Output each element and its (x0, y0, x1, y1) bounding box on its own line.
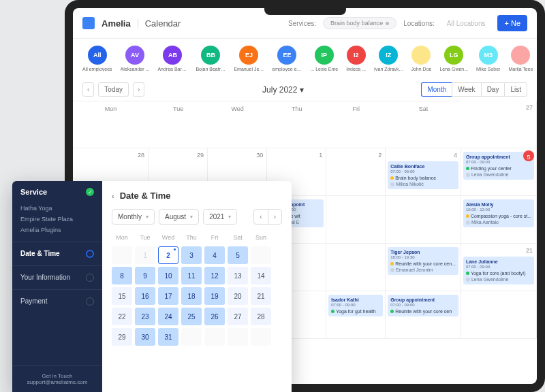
minical-day[interactable]: 19 (204, 287, 225, 305)
employee-avatar[interactable]: IP... Lexie Eme (310, 46, 338, 71)
employee-avatar[interactable]: AllAll employees (82, 46, 112, 71)
minical-day[interactable]: 11 (181, 267, 202, 284)
step-payment[interactable]: Payment (12, 289, 102, 313)
view-tabs: MonthWeekDayList (421, 82, 527, 97)
minical-next[interactable]: › (268, 210, 281, 224)
next-button[interactable]: › (133, 82, 144, 97)
minical-day[interactable]: 16 (135, 287, 155, 305)
minical-day[interactable]: 15 (112, 287, 132, 305)
new-button[interactable]: + Ne (497, 15, 527, 31)
panel-title: Date & Time (120, 191, 171, 201)
services-filter-pill[interactable]: Brain body balance (323, 17, 396, 29)
calendar-event[interactable]: Lane Julianne07:00 - 09:00Yoga for core … (463, 257, 534, 284)
calendar-cell[interactable]: Alesia Molly10:00 - 12:00Compassion yoga… (461, 196, 537, 244)
employee-avatar[interactable]: ABAndrea Barber (157, 46, 187, 71)
minical-day[interactable]: 3 (181, 246, 202, 264)
view-tab[interactable]: Week (452, 82, 480, 97)
calendar-cell[interactable] (461, 291, 537, 339)
employee-avatar[interactable]: LGLena Gwen... (439, 46, 468, 71)
back-icon[interactable]: ‹ (112, 192, 114, 200)
calendar-cell[interactable]: 5Group appointment07:00 - 09:00Finding y… (461, 148, 537, 196)
employee-avatar[interactable]: M3Mike Sober (476, 46, 500, 71)
employee-avatar[interactable]: BBBojan Beatrice (196, 46, 225, 71)
month-select[interactable]: August▾ (159, 209, 199, 225)
minical-day[interactable]: 10 (158, 267, 178, 284)
minical-day[interactable]: 1 (135, 246, 155, 264)
calendar-event[interactable]: Group appointment07:00 - 09:00Reunite wi… (388, 295, 458, 316)
employee-picker: AllAll employeesAVAleksandar ...ABAndrea… (73, 39, 537, 78)
minical-day[interactable]: 31 (158, 328, 178, 346)
minical-day[interactable]: 5 (228, 246, 248, 264)
minical-day[interactable]: 8 (112, 267, 132, 284)
chevron-down-icon: ▾ (228, 214, 231, 220)
weekday-header: Fri (326, 101, 386, 148)
sidebar-footer: Get in Touch support@ameliatms.com (12, 365, 102, 392)
booking-widget: Service ✓ Hatha YogaEmpire State PlazaAm… (12, 181, 292, 392)
calendar-cell[interactable]: 4Callie Boniface07:00 - 09:00Brain body … (386, 148, 461, 196)
step-pending-ring-icon (86, 274, 94, 282)
minical-day[interactable]: 9 (135, 267, 155, 284)
minical-day[interactable]: 22 (112, 308, 132, 325)
locations-filter-select[interactable]: All Locations (441, 18, 491, 29)
step-date-time[interactable]: Date & Time (12, 242, 102, 265)
calendar-cell[interactable]: 21Lane Julianne07:00 - 09:00Yoga for cor… (461, 244, 537, 291)
view-tab[interactable]: List (504, 82, 527, 97)
minical-weekday: Thu (181, 231, 202, 244)
minical-day[interactable]: 27 (228, 308, 248, 325)
minical-day[interactable]: 17 (158, 287, 178, 305)
employee-avatar[interactable]: John Doe (411, 46, 431, 71)
minical-day[interactable]: 13 (228, 267, 248, 284)
booking-sidebar: Service ✓ Hatha YogaEmpire State PlazaAm… (12, 181, 102, 392)
employee-avatar[interactable]: I2Indeca ... (346, 46, 366, 71)
calendar-cell[interactable]: Group appointment07:00 - 09:00Reunite wi… (386, 291, 461, 339)
calendar-cell[interactable]: 2 (326, 148, 386, 196)
calendar-cell[interactable] (326, 196, 386, 244)
view-tab[interactable]: Day (481, 82, 505, 97)
minical-prev[interactable]: ‹ (254, 210, 268, 224)
chevron-down-icon: ▾ (190, 214, 193, 220)
minical-weekday: Sat (228, 231, 248, 244)
calendar-cell[interactable]: 27 (461, 101, 537, 148)
employee-avatar[interactable]: IZIvan Zdravk... (374, 46, 403, 71)
weekday-header: Sat (386, 101, 461, 148)
step-active-ring-icon (86, 250, 94, 258)
employee-avatar[interactable]: EJEmanuel Jer... (234, 46, 264, 71)
current-month-label[interactable]: July 2022 ▾ (262, 85, 304, 95)
today-button[interactable]: Today (98, 82, 129, 97)
view-tab[interactable]: Month (421, 82, 452, 97)
step-your-information[interactable]: Your Information (12, 265, 102, 289)
calendar-cell[interactable] (386, 196, 461, 244)
minical-day[interactable]: 12 (204, 267, 225, 284)
employee-avatar[interactable]: EEemployee e... Emily Eme (272, 46, 302, 71)
minical-weekday: Tue (135, 231, 155, 244)
minical-day[interactable]: 18 (181, 287, 202, 305)
minical-day[interactable]: 28 (251, 308, 271, 325)
minical-day[interactable]: 21 (251, 287, 271, 305)
calendar-cell[interactable]: Isador Kathi07:00 - 09:00Yoga for gut he… (326, 291, 386, 339)
minical-day[interactable]: 24 (158, 308, 178, 325)
minical-day[interactable]: 14 (251, 267, 271, 284)
employee-avatar[interactable]: Marija Tees (508, 46, 533, 71)
minical-day[interactable]: 23 (135, 308, 155, 325)
minical-day[interactable]: 4 (204, 246, 225, 264)
minical-day (251, 246, 271, 264)
calendar-event[interactable]: Tiger Jepson18:00 - 19:30Reunite with yo… (388, 247, 458, 275)
minical-day[interactable]: 30 (135, 328, 155, 346)
minical-day[interactable]: 2 (158, 246, 178, 264)
year-select[interactable]: 2021▾ (203, 209, 237, 225)
calendar-cell[interactable] (326, 244, 386, 291)
prev-button[interactable]: ‹ (82, 82, 94, 97)
minical-day[interactable]: 26 (204, 308, 225, 325)
calendar-event[interactable]: Alesia Molly10:00 - 12:00Compassion yoga… (463, 199, 534, 227)
minical-weekday: Sun (251, 231, 271, 244)
calendar-event[interactable]: Isador Kathi07:00 - 09:00Yoga for gut he… (328, 295, 383, 316)
minical-day[interactable]: 29 (112, 328, 132, 346)
employee-avatar[interactable]: AVAleksandar ... (121, 46, 150, 71)
recurrence-select[interactable]: Monthly▾ (112, 209, 155, 225)
calendar-event[interactable]: Callie Boniface07:00 - 09:00Brain body b… (388, 161, 458, 189)
minical-day[interactable]: 25 (181, 308, 202, 325)
locations-filter-label: Locations: (403, 20, 435, 27)
minical-day[interactable]: 20 (228, 287, 248, 305)
calendar-cell[interactable]: Tiger Jepson18:00 - 19:30Reunite with yo… (386, 244, 461, 291)
calendar-toolbar: ‹ Today › July 2022 ▾ MonthWeekDayList (73, 78, 537, 101)
